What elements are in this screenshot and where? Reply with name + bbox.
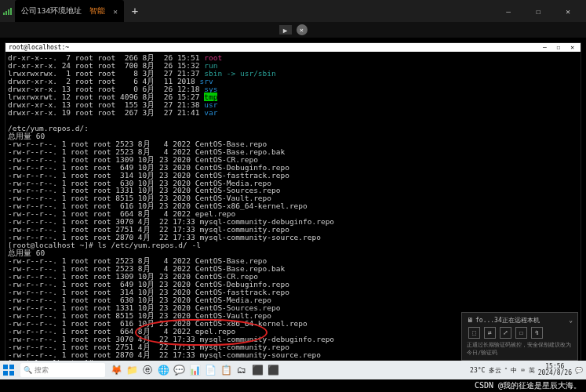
tray-ime[interactable]: 中 ⌨ 英 [511, 366, 534, 375]
tray-chevron-up-icon[interactable]: ˄ [504, 367, 508, 374]
svg-rect-1 [9, 365, 14, 369]
task-icon-7[interactable]: 📄 [202, 362, 218, 378]
window-minimize-button[interactable]: — [493, 0, 523, 22]
svg-rect-2 [3, 371, 8, 376]
svg-rect-3 [9, 371, 14, 376]
start-button[interactable] [0, 361, 17, 379]
task-icon-2[interactable]: 📁 [124, 362, 140, 378]
task-icon-4[interactable]: 🌐 [155, 362, 171, 378]
task-icon-10[interactable]: ⬛ [249, 362, 265, 378]
search-icon: 🔍 [24, 366, 32, 374]
stop-icon[interactable]: ✕ [297, 24, 308, 35]
terminal-title: root@localhost:~ [9, 44, 69, 51]
remote-toast: 🖥 fo...34正在远程本机 ⌄ ⬚ ⇄ ⤢ ☐ ↯ 正通过长期验证码被控，安… [461, 312, 578, 361]
page-toolbar: ▶ ✕ [0, 22, 586, 38]
task-icon-11[interactable]: ⬛ [265, 362, 281, 378]
monitor-icon: 🖥 [467, 317, 473, 324]
perm-icon-4[interactable]: ☐ [515, 327, 527, 339]
system-tray: 23°C 多云 ˄ 中 ⌨ 英 15:56 2024/8/26 💬 [470, 364, 586, 376]
task-icon-9[interactable]: 🗂 [234, 362, 249, 378]
signal-icon [3, 8, 12, 15]
task-icon-8[interactable]: 📋 [218, 362, 234, 378]
window-close-button[interactable]: ✕ [553, 0, 583, 22]
browser-tab-bar: 公司134环境地址 智能 ✕ + — ☐ ✕ [0, 0, 586, 22]
task-icon-3[interactable]: ⓔ [140, 362, 155, 378]
terminal-title-bar: root@localhost:~ — ☐ ✕ [5, 43, 581, 52]
terminal-window-controls[interactable]: — ☐ ✕ [543, 44, 577, 51]
perm-icon-3[interactable]: ⤢ [500, 327, 511, 339]
task-icon-1[interactable]: 🦊 [108, 362, 124, 378]
watermark: CSDN @我的征途是星辰大海。 [475, 379, 581, 392]
taskbar: 🔍 搜索 🦊 📁 ⓔ 🌐 💬 📊 📄 📋 🗂 ⬛ ⬛ 23°C 多云 ˄ 中 ⌨… [0, 361, 586, 379]
taskbar-search[interactable]: 🔍 搜索 [20, 363, 105, 377]
toast-message: 正通过长期验证码被控，安全保别建议改为今日/验证码 [467, 341, 573, 357]
tab-title: 公司134环境地址 [21, 6, 82, 16]
perm-icon-5[interactable]: ↯ [531, 327, 543, 339]
tab-smart-label: 智能 [89, 6, 105, 16]
tab-close-icon[interactable]: ✕ [113, 7, 118, 16]
perm-icon-2[interactable]: ⇄ [484, 327, 496, 339]
search-placeholder: 搜索 [35, 365, 49, 376]
perm-icon-1[interactable]: ⬚ [468, 327, 480, 339]
new-tab-button[interactable]: + [126, 2, 144, 20]
tray-notification-icon[interactable]: 💬 [575, 367, 583, 374]
window-maximize-button[interactable]: ☐ [523, 0, 553, 22]
toast-expand-icon[interactable]: ⌄ [569, 317, 573, 324]
tab-active[interactable]: 公司134环境地址 智能 ✕ [15, 0, 124, 22]
tray-weather[interactable]: 23°C 多云 [470, 366, 501, 375]
task-icon-5[interactable]: 💬 [171, 362, 187, 378]
flag-icon[interactable]: ▶ [279, 25, 292, 34]
toast-title: fo...34正在远程本机 [475, 316, 540, 325]
svg-rect-0 [3, 365, 8, 369]
tray-date[interactable]: 2024/8/26 [538, 369, 572, 376]
task-icon-6[interactable]: 📊 [187, 362, 202, 378]
